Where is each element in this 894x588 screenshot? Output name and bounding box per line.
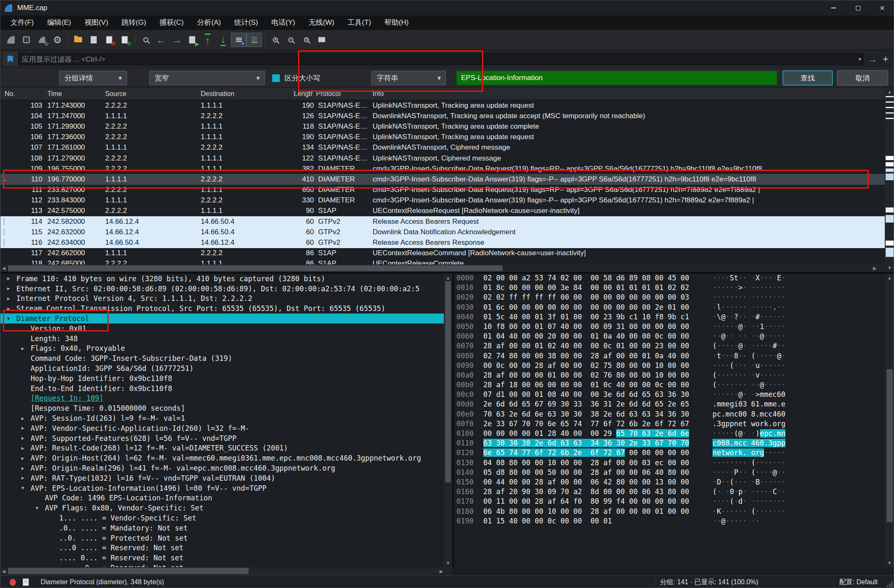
capture-options-gear-icon[interactable] [49,33,65,47]
collapsed-arrow-icon[interactable]: ▶ [21,475,24,481]
hex-row-0110[interactable]: 011063 30 30 38 2e 6d 63 63 34 36 30 2e … [454,439,885,448]
expanded-arrow-icon[interactable]: ▼ [36,505,39,511]
details-vscrollbar[interactable]: ▲ ▼ [444,274,452,567]
detail-line-4[interactable]: ▼Diameter Protocol [0,313,444,324]
packet-row-111[interactable]: 111233.8270002.2.2.21.1.1.1650DIAMETERcm… [0,185,885,195]
packet-row-105[interactable]: 105171.2990002.2.2.21.1.1.1118S1AP/NAS-E… [0,121,885,132]
detail-line-16[interactable]: ▶AVP: Supported-Features(628) l=56 f=V--… [0,433,444,443]
collapsed-arrow-icon[interactable]: ▶ [21,446,24,451]
detail-line-19[interactable]: ▶AVP: Origin-Realm(296) l=41 f=-M- val=e… [0,463,444,473]
menu-item-0[interactable]: 文件(F) [4,16,41,29]
hex-row-0130[interactable]: 013004 08 80 00 00 10 00 00 28 af 00 00 … [454,458,885,468]
detail-line-8[interactable]: Command Code: 3GPP-Insert-Subscriber-Dat… [0,353,444,363]
menu-item-1[interactable]: 编辑(E) [41,16,78,29]
hex-row-00c0[interactable]: 00c007 d1 00 00 01 08 40 00 00 3e 6d 6d … [454,390,885,400]
hex-row-0190[interactable]: 019001 15 40 00 00 0c 00 00 00 01··@····… [454,517,885,526]
capture-comment-icon[interactable] [23,578,29,586]
collapsed-arrow-icon[interactable]: ▶ [21,466,24,471]
hex-row-00f0[interactable]: 00f02e 33 67 70 70 6e 65 74 77 6f 72 6b … [454,420,885,429]
detail-line-6[interactable]: Length: 348 [0,334,444,344]
packet-row-116[interactable]: ┆116242.63400014.66.50.414.66.12.460GTPv… [0,237,885,248]
detail-line-17[interactable]: ▶AVP: Result-Code(268) l=12 f=-M- val=DI… [0,443,444,453]
collapsed-arrow-icon[interactable]: ▶ [21,346,24,351]
menu-item-3[interactable]: 跳转(G) [115,16,153,29]
collapsed-arrow-icon[interactable]: ▶ [7,276,10,281]
hex-row-0000[interactable]: 000002 00 00 a2 53 74 02 00 00 58 d6 89 … [454,274,885,283]
menu-item-9[interactable]: 工具(T) [341,16,378,29]
packet-row-110[interactable]: ←110196.7700001.1.1.12.2.2.2410DIAMETERc… [0,174,885,184]
colorize-toggle-icon[interactable] [246,33,262,47]
stop-capture-icon[interactable] [18,33,34,47]
go-back-arrow-icon[interactable]: ← [153,33,169,47]
go-forward-arrow-icon[interactable]: → [169,33,184,47]
detail-line-5[interactable]: Version: 0x01 [0,324,444,334]
find-width-select[interactable]: 宽窄▼ [149,71,265,85]
hex-row-0150[interactable]: 015000 44 00 00 28 af 00 00 06 42 80 00 … [454,478,885,487]
column-header-protocol[interactable]: Protocol [314,88,373,100]
column-header-info[interactable]: Info [373,88,885,100]
detail-line-15[interactable]: ▶AVP: Vendor-Specific-Application-Id(260… [0,423,444,433]
detail-line-12[interactable]: [Request In: 109] [0,394,444,404]
minimize-button[interactable] [821,0,846,16]
collapsed-arrow-icon[interactable]: ▶ [21,425,24,431]
resize-grip[interactable] [887,581,893,587]
hex-row-0050[interactable]: 005010 f8 00 00 01 07 40 00 00 09 31 00 … [454,322,885,332]
hex-row-0180[interactable]: 018006 4b 80 00 00 10 00 00 28 af 00 00 … [454,507,885,517]
hex-row-0040[interactable]: 004001 5c 40 00 01 3f 01 00 00 23 9b c1 … [454,313,885,322]
zoom-out-icon[interactable]: − [283,33,298,47]
expert-info-icon[interactable] [10,579,16,586]
find-packet-magnifier-icon[interactable] [138,33,153,47]
hex-row-0070[interactable]: 007028 af 00 00 01 02 40 00 00 0c 01 00 … [454,342,885,351]
expanded-arrow-icon[interactable]: ▼ [21,485,24,491]
hex-row-0100[interactable]: 010000 00 00 00 01 28 40 00 00 29 65 70 … [454,429,885,439]
detail-line-22[interactable]: AVP Code: 1496 EPS-Location-Information [0,493,444,503]
detail-line-1[interactable]: ▶Ethernet II, Src: 02:00:00:58:d6:89 (02… [0,284,444,294]
hex-row-00a0[interactable]: 00a028 af 00 00 00 01 00 00 02 76 80 00 … [454,371,885,381]
detail-line-2[interactable]: ▶Internet Protocol Version 4, Src: 1.1.1… [0,294,444,304]
go-to-packet-icon[interactable]: ▶ [184,33,200,47]
go-to-top-icon[interactable]: ↑ [200,33,215,47]
find-type-select[interactable]: 字符串▼ [371,71,446,85]
column-header-time[interactable]: Time [46,88,105,100]
menu-item-7[interactable]: 电话(Y) [265,16,302,29]
detail-line-10[interactable]: Hop-by-Hop Identifier: 0x9bc110f8 [0,373,444,383]
hex-row-0140[interactable]: 014005 d8 80 00 00 50 00 00 28 af 00 00 … [454,468,885,478]
detail-line-20[interactable]: ▶AVP: RAT-Type(1032) l=16 f=V-- vnd=TGPP… [0,473,444,483]
restart-capture-icon[interactable]: ↻ [34,33,49,47]
cancel-button[interactable]: 取消 [837,70,888,85]
resize-columns-icon[interactable] [314,33,329,47]
collapsed-arrow-icon[interactable]: ▶ [7,306,10,311]
packet-row-115[interactable]: ┆115242.63200014.66.12.414.66.50.460GTPv… [0,227,885,237]
column-header-source[interactable]: Source [105,88,201,100]
detail-line-26[interactable]: ..0. .... = Protected: Not set [0,533,444,543]
hex-row-0170[interactable]: 017000 11 00 00 28 af 64 f0 80 99 f4 00 … [454,497,885,507]
save-file-icon[interactable] [86,33,101,47]
packet-row-104[interactable]: 104171.2470001.1.1.12.2.2.2126S1AP/NAS-E… [0,111,885,121]
menu-item-8[interactable]: 无线(W) [302,16,341,29]
detail-line-11[interactable]: End-to-End Identifier: 0x9bc110f8 [0,383,444,394]
collapsed-arrow-icon[interactable]: ▶ [21,416,24,421]
menu-item-2[interactable]: 视图(V) [78,16,115,29]
column-header-destination[interactable]: Destination [201,88,294,100]
packet-row-112[interactable]: 112233.8430001.1.1.12.2.2.2330DIAMETERcm… [0,195,885,206]
hex-row-0080[interactable]: 008002 74 80 00 00 38 00 00 28 af 00 00 … [454,352,885,361]
detail-line-9[interactable]: ApplicationId: 3GPP S6a/S6d (16777251) [0,363,444,373]
reload-file-icon[interactable]: ↻ [117,33,132,47]
packet-list-minimap-scrollbar[interactable]: ▲ ▼ [885,88,894,272]
close-button[interactable]: × [870,0,894,16]
collapsed-arrow-icon[interactable]: ▶ [21,456,24,461]
menu-item-10[interactable]: 帮助(H) [378,16,415,29]
zoom-reset-icon[interactable]: = [298,33,314,47]
open-file-folder-icon[interactable] [70,33,86,47]
packet-row-107[interactable]: 107171.2610001.1.1.12.2.2.2134S1AP/NAS-E… [0,142,885,153]
packet-row-117[interactable]: 117242.6620001.1.1.12.2.2.286S1APUEConte… [0,248,885,259]
hex-row-0160[interactable]: 016028 af 20 90 30 09 70 a2 8d 00 00 00 … [454,487,885,497]
menu-item-4[interactable]: 捕获(C) [153,16,191,29]
packet-row-113[interactable]: 113242.5750002.2.2.21.1.1.190S1APUEConte… [0,206,885,216]
detail-line-27[interactable]: ...0 .... = Reserved: Not set [0,543,444,553]
detail-line-14[interactable]: ▶AVP: Session-Id(263) l=9 f=-M- val=1 [0,413,444,423]
start-capture-fin-icon[interactable] [3,33,18,47]
packet-row-106[interactable]: 106171.2360002.2.2.21.1.1.1190S1AP/NAS-E… [0,132,885,142]
detail-line-28[interactable]: .... 0... = Reserved: Not set [0,553,444,563]
packet-list-hscrollbar[interactable]: ◀ ▶ [0,264,885,272]
